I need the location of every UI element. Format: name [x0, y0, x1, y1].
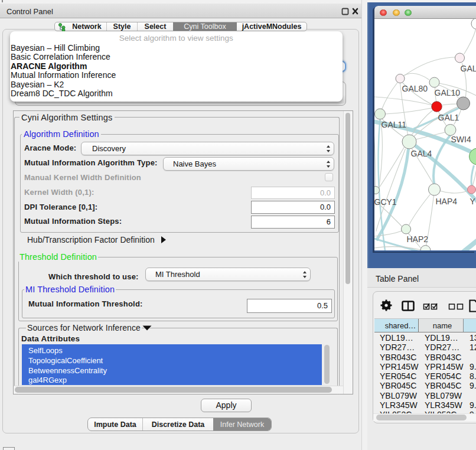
svg-text:SWI4: SWI4 — [451, 135, 471, 144]
svg-text:GAL11: GAL11 — [381, 120, 406, 129]
svg-text:GAL1: GAL1 — [438, 113, 459, 122]
svg-text:GAL4: GAL4 — [410, 149, 432, 158]
svg-text:GAL7: GAL7 — [460, 64, 476, 73]
svg-text:HAP2: HAP2 — [406, 234, 428, 244]
svg-text:GCY1: GCY1 — [374, 197, 397, 207]
svg-text:GAL10: GAL10 — [434, 88, 460, 97]
svg-text:GAL80: GAL80 — [402, 84, 428, 93]
svg-text:Y: Y — [470, 197, 475, 206]
svg-text:HAP4: HAP4 — [435, 197, 457, 206]
